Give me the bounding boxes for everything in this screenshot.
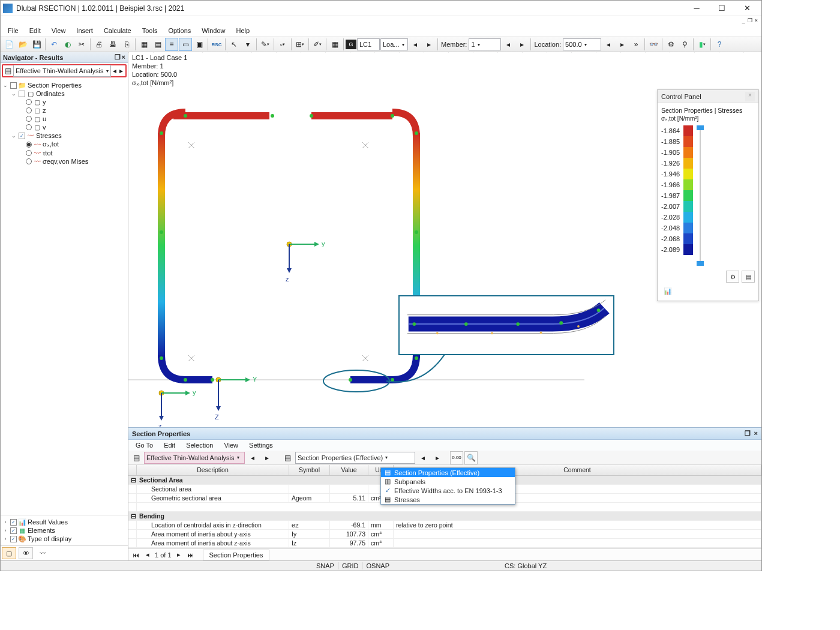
menu-edit[interactable]: Edit	[25, 26, 46, 35]
menu-options[interactable]: Options	[163, 26, 196, 35]
minimize-button[interactable]: ─	[685, 2, 709, 15]
menu-file[interactable]: File	[3, 26, 23, 35]
tree-section-properties[interactable]: Section Properties	[28, 82, 82, 89]
print-icon[interactable]: 🖨	[92, 38, 106, 51]
view5-icon[interactable]: ▣	[193, 38, 206, 51]
sp-menu-goto[interactable]: Go To	[131, 441, 158, 449]
status-snap[interactable]: SNAP	[316, 562, 334, 569]
tree-type-of-display[interactable]: Type of display	[28, 535, 71, 542]
new-icon[interactable]: 📄	[2, 38, 16, 51]
sp-search-icon[interactable]: 🔍	[464, 451, 478, 464]
tree-elements[interactable]: Elements	[28, 527, 55, 534]
tree-ord-y[interactable]: y	[43, 98, 46, 106]
member-combo[interactable]: 1▾	[469, 38, 501, 50]
grid-icon[interactable]: ⊞▾	[293, 38, 307, 51]
cp-settings-icon[interactable]: ⚙	[726, 271, 739, 283]
lc-combo[interactable]: LC1	[357, 38, 380, 50]
sp-prev-icon[interactable]: ◂	[246, 451, 259, 464]
sp-tbl-prev-icon[interactable]: ◂	[416, 451, 430, 464]
tree-ordinates[interactable]: Ordinates	[36, 90, 65, 97]
sp-float-icon[interactable]: ❐	[745, 430, 751, 437]
popup-item-0[interactable]: ▤Section Properties (Effective)	[381, 468, 515, 477]
arrow-icon[interactable]: ↖	[227, 38, 241, 51]
menu-view[interactable]: View	[47, 26, 71, 35]
view1-icon[interactable]: ▦	[137, 38, 151, 51]
menu-help[interactable]: Help	[231, 26, 254, 35]
pager-prev-icon[interactable]: ◂	[143, 551, 152, 559]
popup-item-2[interactable]: ✓Effective Widths acc. to EN 1993-1-3	[381, 486, 515, 495]
rsc-icon[interactable]: RSC	[210, 38, 223, 51]
maximize-button[interactable]: ☐	[710, 2, 734, 15]
tree-sigma-xtot[interactable]: σₓ,tot	[43, 140, 59, 148]
scale-slider[interactable]	[697, 125, 704, 266]
analysis-combo[interactable]: Effective Thin-Walled Analysis▾	[13, 65, 111, 77]
print-preview-icon[interactable]: 🖶	[106, 38, 119, 51]
canvas[interactable]: LC1 - Load Case 1 Member: 1 Location: 50…	[128, 52, 761, 560]
cp-legend-icon[interactable]: ▤	[742, 271, 755, 283]
tree-stresses[interactable]: Stresses	[36, 132, 62, 139]
sp-menu-selection[interactable]: Selection	[181, 441, 218, 449]
tree-ord-v[interactable]: v	[43, 124, 46, 131]
lc-prev-icon[interactable]: ◂	[409, 38, 422, 51]
layers-icon[interactable]: ▦	[328, 38, 341, 51]
view3-icon[interactable]: ≡	[165, 38, 178, 51]
view4-icon[interactable]: ▭	[179, 38, 192, 51]
member-prev-icon[interactable]: ◂	[502, 38, 515, 51]
nav-tab-1[interactable]: ▢	[2, 547, 16, 559]
brush-icon[interactable]: ✐▾	[311, 38, 324, 51]
menu-insert[interactable]: Insert	[71, 26, 98, 35]
palette-icon[interactable]: ▮▾	[695, 38, 709, 51]
analysis-prev-icon[interactable]: ◂	[112, 64, 118, 77]
pager-next-icon[interactable]: ▸	[174, 551, 184, 559]
open-icon[interactable]: 📂	[16, 38, 29, 51]
help-icon[interactable]: ?	[713, 38, 726, 51]
analysis-next-icon[interactable]: ▸	[119, 64, 124, 77]
sp-tbl-next-icon[interactable]: ▸	[431, 451, 444, 464]
cloud-icon[interactable]: ◐	[61, 38, 74, 51]
dropdown-icon[interactable]: ▾	[241, 38, 254, 51]
loc-next-icon[interactable]: ▸	[616, 38, 629, 51]
glasses-icon[interactable]: 👓	[647, 38, 660, 51]
lc-name-combo[interactable]: Loa...▾	[380, 38, 408, 50]
sp-menu-view[interactable]: View	[219, 441, 243, 449]
loc-more-icon[interactable]: »	[629, 38, 643, 51]
location-combo[interactable]: 500.0▾	[563, 38, 601, 50]
pager-tab[interactable]: Section Properties	[203, 550, 270, 560]
cut-icon[interactable]: ✂	[75, 38, 88, 51]
page-icon[interactable]: ▫▾	[276, 38, 289, 51]
sp-decimals-icon[interactable]: 0.00	[450, 451, 463, 464]
nav-tab-2[interactable]: 👁	[19, 547, 33, 559]
tool-b-icon[interactable]: ⚲	[678, 38, 691, 51]
menu-tools[interactable]: Tools	[137, 26, 163, 35]
popup-item-3[interactable]: ▤Stresses	[381, 495, 515, 504]
tree-sigma-eqv[interactable]: σeqv,von Mises	[43, 158, 88, 165]
view2-icon[interactable]: ▤	[151, 38, 164, 51]
copy-icon[interactable]: ⎘	[120, 38, 133, 51]
loc-prev-icon[interactable]: ◂	[602, 38, 615, 51]
tool-a-icon[interactable]: ⚙	[664, 38, 677, 51]
tree-ord-z[interactable]: z	[43, 107, 46, 114]
sp-close-icon[interactable]: ×	[754, 430, 758, 437]
sp-menu-edit[interactable]: Edit	[159, 441, 180, 449]
control-panel-close-icon[interactable]: ×	[745, 92, 755, 101]
sp-menu-settings[interactable]: Settings	[244, 441, 278, 449]
pager-last-icon[interactable]: ⏭	[186, 551, 196, 559]
popup-item-1[interactable]: ▥Subpanels	[381, 477, 515, 486]
navigator-tree[interactable]: ⌄📁Section Properties ⌄▢Ordinates ▢y ▢z ▢…	[1, 79, 128, 515]
tree-ord-u[interactable]: u	[43, 115, 46, 122]
status-grid[interactable]: GRID	[338, 562, 363, 569]
undo-icon[interactable]: ↶	[47, 38, 61, 51]
lc-next-icon[interactable]: ▸	[422, 38, 436, 51]
sp-dropdown-popup[interactable]: ▤Section Properties (Effective) ▥Subpane…	[380, 467, 515, 505]
sp-next-icon[interactable]: ▸	[260, 451, 274, 464]
pager-first-icon[interactable]: ⏮	[131, 551, 140, 559]
save-icon[interactable]: 💾	[30, 38, 43, 51]
wand-icon[interactable]: ✎▾	[259, 38, 272, 51]
tree-result-values[interactable]: Result Values	[28, 518, 68, 526]
tree-tau-tot[interactable]: τtot	[43, 149, 53, 157]
close-button[interactable]: ✕	[735, 2, 759, 15]
sp-analysis-combo[interactable]: Effective Thin-Walled Analysis▾	[144, 452, 245, 464]
status-osnap[interactable]: OSNAP	[367, 562, 390, 569]
panel-close-icon[interactable]: ×	[122, 53, 125, 61]
panel-float-icon[interactable]: ❐	[115, 53, 121, 61]
